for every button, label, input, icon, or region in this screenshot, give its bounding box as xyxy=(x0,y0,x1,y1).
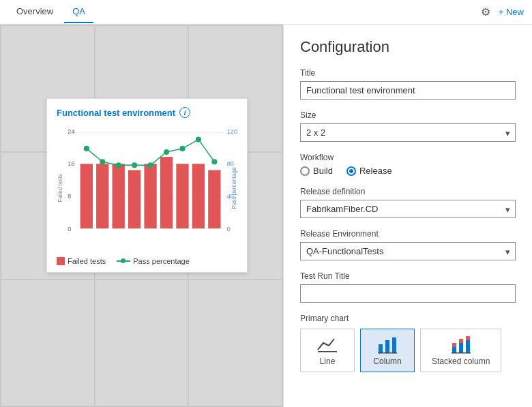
legend-pass-label: Pass percentage xyxy=(133,257,190,265)
tab-qa[interactable]: QA xyxy=(64,1,93,23)
radio-release-label: Release xyxy=(359,166,392,176)
chart-legend: Failed tests Pass percentage xyxy=(57,257,237,265)
dot-8 xyxy=(196,137,201,142)
svg-rect-18 xyxy=(378,352,397,354)
svg-rect-22 xyxy=(459,339,463,343)
release-def-select-wrapper: FabrikamFiber.CD xyxy=(300,200,516,218)
release-def-select[interactable]: FabrikamFiber.CD xyxy=(300,200,516,218)
grid-cell xyxy=(95,280,188,406)
dot-7 xyxy=(179,146,185,151)
pass-line xyxy=(87,140,215,166)
bar-4 xyxy=(128,170,141,229)
test-run-title-input[interactable] xyxy=(300,284,516,303)
dot-1 xyxy=(84,146,89,151)
bar-3 xyxy=(113,164,125,228)
svg-text:0: 0 xyxy=(68,226,71,232)
svg-rect-19 xyxy=(452,347,456,352)
release-env-group: Release Environment QA-FunctionalTests xyxy=(300,229,516,260)
title-label: Title xyxy=(300,68,516,78)
bar-2 xyxy=(96,164,108,228)
legend-failed: Failed tests xyxy=(57,257,106,265)
chart-svg: 24 16 8 0 120 80 40 0 Failed tests Pass … xyxy=(57,123,237,253)
radio-build-circle xyxy=(300,166,310,176)
bar-9 xyxy=(208,170,220,229)
svg-text:0: 0 xyxy=(227,226,231,232)
dot-3 xyxy=(116,162,121,168)
column-chart-icon xyxy=(376,335,398,354)
release-def-label: Release definition xyxy=(300,187,516,196)
widget-title-text: Functional test environment xyxy=(57,108,175,118)
header: Overview QA ⚙ + New xyxy=(0,0,532,25)
new-button[interactable]: + New xyxy=(499,7,524,17)
release-def-group: Release definition FabrikamFiber.CD xyxy=(300,187,516,218)
widget-title-bar: Functional test environment i xyxy=(57,107,237,118)
svg-rect-24 xyxy=(466,336,470,340)
svg-text:16: 16 xyxy=(68,160,74,167)
bar-5 xyxy=(144,164,156,228)
dot-2 xyxy=(100,159,105,164)
dot-4 xyxy=(132,162,137,168)
size-select[interactable]: 1 x 1 1 x 2 2 x 1 2 x 2 2 x 3 3 x 3 xyxy=(300,123,516,142)
info-icon[interactable]: i xyxy=(179,107,190,118)
radio-release[interactable]: Release xyxy=(346,166,392,176)
svg-text:120: 120 xyxy=(227,129,237,136)
svg-rect-14 xyxy=(318,351,337,352)
bar-1 xyxy=(80,164,93,228)
release-env-label: Release Environment xyxy=(300,229,516,239)
config-title: Configuration xyxy=(300,38,516,56)
line-chart-icon xyxy=(316,335,338,354)
legend-pass: Pass percentage xyxy=(117,257,190,265)
chart-type-options: Line Column xyxy=(300,329,516,372)
chart-option-line-label: Line xyxy=(320,357,336,366)
dot-9 xyxy=(211,159,217,164)
chart-option-stacked[interactable]: Stacked column xyxy=(420,329,501,372)
chart-option-stacked-label: Stacked column xyxy=(432,357,490,366)
test-run-title-label: Test Run Title xyxy=(300,271,516,281)
chart-option-column[interactable]: Column xyxy=(360,329,415,372)
primary-chart-label: Primary chart xyxy=(300,314,516,323)
dashboard-panel: Functional test environment i 24 16 8 0 … xyxy=(0,25,283,407)
svg-rect-16 xyxy=(385,340,389,352)
config-panel: Configuration Title Size 1 x 1 1 x 2 2 x… xyxy=(283,25,532,407)
release-env-select-wrapper: QA-FunctionalTests xyxy=(300,242,516,260)
legend-failed-label: Failed tests xyxy=(68,257,106,265)
legend-pass-icon xyxy=(117,260,130,262)
svg-text:80: 80 xyxy=(227,160,234,167)
grid-cell xyxy=(189,280,282,406)
workflow-group: Workflow Build Release xyxy=(300,153,516,176)
radio-build[interactable]: Build xyxy=(300,166,333,176)
svg-text:Failed tests: Failed tests xyxy=(57,174,63,202)
svg-rect-23 xyxy=(466,340,470,352)
chart-area: 24 16 8 0 120 80 40 0 Failed tests Pass … xyxy=(57,123,237,253)
svg-rect-21 xyxy=(459,343,463,352)
dot-5 xyxy=(148,162,153,168)
svg-rect-25 xyxy=(452,352,471,354)
chart-option-column-label: Column xyxy=(373,357,401,366)
size-group: Size 1 x 1 1 x 2 2 x 1 2 x 2 2 x 3 3 x 3 xyxy=(300,110,516,142)
tab-overview[interactable]: Overview xyxy=(8,1,61,23)
size-select-wrapper: 1 x 1 1 x 2 2 x 1 2 x 2 2 x 3 3 x 3 xyxy=(300,123,516,142)
legend-failed-icon xyxy=(57,257,65,265)
title-group: Title xyxy=(300,68,516,100)
svg-text:24: 24 xyxy=(68,129,74,136)
header-actions: ⚙ + New xyxy=(481,5,524,18)
svg-rect-15 xyxy=(379,344,383,352)
svg-text:8: 8 xyxy=(68,193,71,200)
primary-chart-section: Primary chart Line Col xyxy=(300,314,516,372)
title-input[interactable] xyxy=(300,81,516,100)
stacked-chart-icon xyxy=(450,335,472,354)
radio-release-circle xyxy=(346,166,356,176)
svg-rect-17 xyxy=(392,337,396,352)
test-run-title-group: Test Run Title xyxy=(300,271,516,303)
svg-text:Pass percentage: Pass percentage xyxy=(231,167,237,209)
bar-7 xyxy=(176,164,188,228)
size-label: Size xyxy=(300,110,516,120)
workflow-radio-group: Build Release xyxy=(300,166,516,176)
main-layout: Functional test environment i 24 16 8 0 … xyxy=(0,25,532,407)
release-env-select[interactable]: QA-FunctionalTests xyxy=(300,242,516,260)
radio-build-label: Build xyxy=(313,166,333,176)
settings-icon[interactable]: ⚙ xyxy=(481,5,490,18)
workflow-label: Workflow xyxy=(300,153,516,162)
chart-option-line[interactable]: Line xyxy=(300,329,355,372)
bar-8 xyxy=(192,164,205,228)
